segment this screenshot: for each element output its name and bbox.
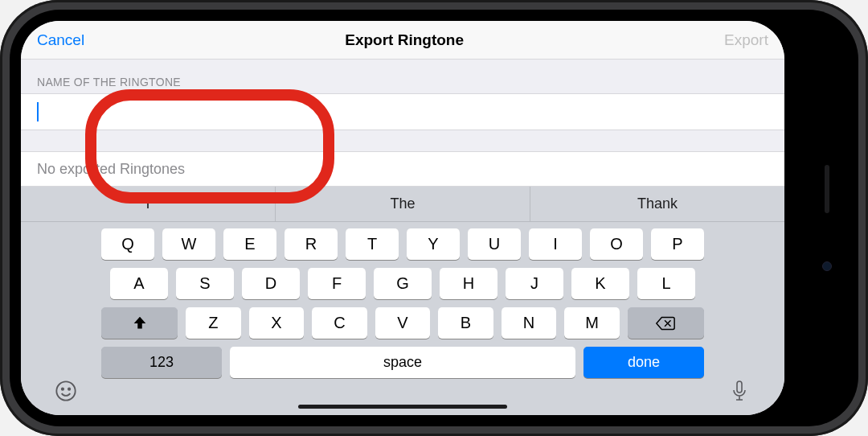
text-caret bbox=[37, 102, 39, 121]
key-y[interactable]: Y bbox=[407, 228, 460, 260]
shift-icon bbox=[131, 315, 149, 332]
key-t[interactable]: T bbox=[346, 228, 399, 260]
suggestion-1[interactable]: I bbox=[21, 187, 276, 221]
phone-notch bbox=[796, 125, 858, 311]
key-e[interactable]: E bbox=[223, 228, 276, 260]
key-w[interactable]: W bbox=[162, 228, 215, 260]
suggestion-bar: I The Thank bbox=[21, 187, 784, 222]
key-g[interactable]: G bbox=[374, 268, 432, 299]
backspace-icon bbox=[655, 315, 676, 331]
svg-point-1 bbox=[62, 389, 63, 390]
key-z[interactable]: Z bbox=[186, 307, 241, 339]
svg-point-2 bbox=[68, 389, 70, 390]
suggestion-3[interactable]: Thank bbox=[530, 187, 784, 221]
ringtone-name-input[interactable] bbox=[21, 93, 784, 130]
backspace-key[interactable] bbox=[628, 307, 704, 339]
key-v[interactable]: V bbox=[375, 307, 431, 339]
shift-key[interactable] bbox=[101, 307, 178, 339]
key-p[interactable]: P bbox=[651, 228, 704, 260]
key-r[interactable]: R bbox=[285, 228, 338, 260]
key-j[interactable]: J bbox=[506, 268, 563, 299]
svg-point-0 bbox=[56, 381, 75, 400]
key-m[interactable]: M bbox=[564, 307, 620, 339]
dictation-button[interactable] bbox=[727, 378, 752, 404]
key-l[interactable]: L bbox=[637, 268, 695, 299]
key-x[interactable]: X bbox=[249, 307, 305, 339]
suggestion-2[interactable]: The bbox=[276, 187, 530, 221]
numeric-switch-key[interactable]: 123 bbox=[101, 347, 222, 378]
content-area: NAME OF THE RINGTONE No exported Rington… bbox=[21, 60, 784, 187]
key-n[interactable]: N bbox=[502, 307, 557, 339]
emoji-button[interactable] bbox=[53, 378, 79, 404]
home-indicator[interactable] bbox=[298, 405, 507, 409]
key-o[interactable]: O bbox=[590, 228, 643, 260]
key-row-1: Q W E R T Y U I O P bbox=[101, 228, 704, 260]
key-s[interactable]: S bbox=[176, 268, 234, 299]
on-screen-keyboard: I The Thank Q W E R T Y U I O bbox=[21, 187, 784, 415]
screen: Cancel Export Ringtone Export NAME OF TH… bbox=[21, 21, 784, 415]
speaker-slot bbox=[825, 165, 829, 213]
phone-device: Cancel Export Ringtone Export NAME OF TH… bbox=[0, 0, 868, 436]
key-h[interactable]: H bbox=[440, 268, 497, 299]
key-f[interactable]: F bbox=[308, 268, 366, 299]
svg-rect-3 bbox=[737, 381, 742, 393]
cancel-button[interactable]: Cancel bbox=[37, 31, 84, 49]
space-key[interactable]: space bbox=[230, 347, 575, 378]
key-a[interactable]: A bbox=[110, 268, 168, 299]
key-u[interactable]: U bbox=[468, 228, 521, 260]
key-i[interactable]: I bbox=[529, 228, 582, 260]
emoji-icon bbox=[55, 380, 77, 402]
key-c[interactable]: C bbox=[312, 307, 367, 339]
phone-bezel: Cancel Export Ringtone Export NAME OF TH… bbox=[10, 10, 858, 426]
front-camera bbox=[822, 261, 832, 271]
navigation-bar: Cancel Export Ringtone Export bbox=[21, 21, 784, 60]
section-header-name: NAME OF THE RINGTONE bbox=[21, 60, 784, 93]
key-q[interactable]: Q bbox=[101, 228, 154, 260]
exported-ringtones-status: No exported Ringtones bbox=[21, 151, 784, 187]
key-d[interactable]: D bbox=[242, 268, 300, 299]
key-row-2: A S D F G H J K L bbox=[101, 268, 704, 299]
done-key[interactable]: done bbox=[583, 347, 704, 378]
key-rows: Q W E R T Y U I O P A S D bbox=[21, 222, 784, 415]
export-button[interactable]: Export bbox=[724, 31, 768, 49]
key-row-3: Z X C V B N M bbox=[101, 307, 704, 339]
microphone-icon bbox=[730, 380, 749, 402]
key-b[interactable]: B bbox=[438, 307, 493, 339]
page-title: Export Ringtone bbox=[345, 31, 464, 49]
key-k[interactable]: K bbox=[571, 268, 629, 299]
key-row-4: 123 space done bbox=[101, 347, 704, 378]
